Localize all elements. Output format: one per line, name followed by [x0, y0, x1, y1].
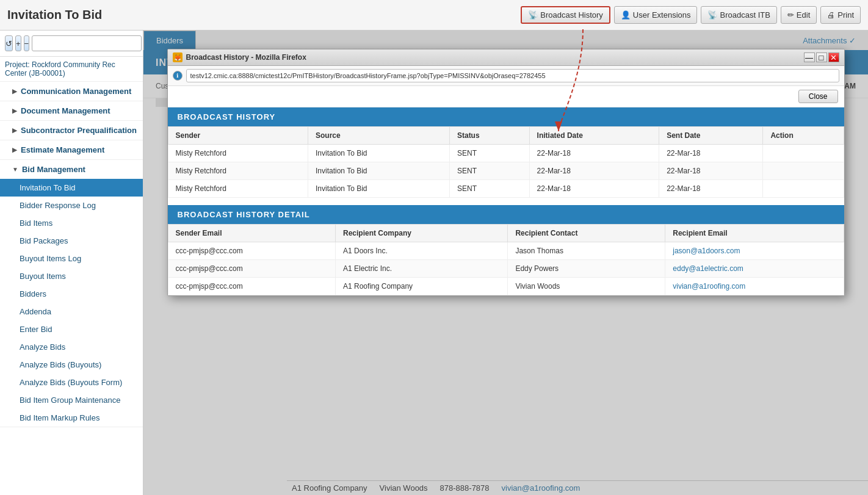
url-input[interactable]: [186, 69, 839, 82]
sidebar-item-buyout-items[interactable]: Buyout Items: [0, 267, 143, 285]
sidebar-item-bid-item-markup-rules[interactable]: Bid Item Markup Rules: [0, 409, 143, 427]
broadcast-itb-button[interactable]: 📡 Broadcast ITB: [701, 6, 776, 24]
broadcast-history-detail-section-header: BROADCAST HISTORY DETAIL: [168, 205, 844, 224]
remove-button[interactable]: −: [24, 35, 30, 51]
sidebar-item-analyze-bids[interactable]: Analyze Bids: [0, 338, 143, 356]
header-buttons: 📡 Broadcast History 👤 User Extensions 📡 …: [521, 6, 861, 24]
table-row: Misty RetchfordInvitation To BidSENT22-M…: [168, 162, 844, 180]
sidebar-item-buyout-items-log[interactable]: Buyout Items Log: [0, 250, 143, 267]
table-row: Misty RetchfordInvitation To BidSENT22-M…: [168, 145, 844, 162]
page-title: Invitation To Bid: [7, 8, 102, 22]
cell-sender: Misty Retchford: [168, 162, 308, 180]
add-button[interactable]: +: [15, 35, 21, 51]
sidebar-group-bid: ▼ Bid Management Invitation To Bid Bidde…: [0, 160, 143, 427]
sidebar-toolbar: ↺ + − 🔍: [0, 31, 143, 57]
col-sent-date: Sent Date: [659, 127, 763, 145]
modal-window: 🦊 Broadcast History - Mozilla Firefox — …: [167, 49, 845, 296]
cell-email[interactable]: vivian@a1roofing.com: [665, 278, 844, 295]
col-status: Status: [449, 127, 529, 145]
search-input[interactable]: [32, 35, 142, 51]
print-icon: 🖨: [827, 10, 835, 20]
cell-company: A1 Doors Inc.: [336, 242, 508, 260]
table-row: ccc-pmjsp@ccc.comA1 Roofing CompanyVivia…: [168, 278, 844, 295]
sidebar-item-invitation-to-bid[interactable]: Invitation To Bid: [0, 179, 143, 197]
cell-email[interactable]: jason@a1doors.com: [665, 242, 844, 260]
sidebar-group-header-estimate[interactable]: ▶ Estimate Management: [0, 140, 143, 159]
sidebar-group-document: ▶ Document Management: [0, 101, 143, 121]
modal-titlebar: 🦊 Broadcast History - Mozilla Firefox — …: [168, 49, 844, 66]
chevron-right-icon-2: ▶: [12, 107, 17, 114]
modal-title: Broadcast History - Mozilla Firefox: [186, 53, 800, 62]
sidebar-group-header-communication[interactable]: ▶ Communication Management: [0, 82, 143, 101]
sidebar-group-communication: ▶ Communication Management: [0, 82, 143, 101]
chevron-down-icon: ▼: [12, 166, 18, 173]
broadcast-itb-icon: 📡: [707, 10, 717, 20]
edit-button[interactable]: ✏ Edit: [781, 6, 817, 24]
refresh-button[interactable]: ↺: [5, 35, 13, 51]
sidebar-item-bidders[interactable]: Bidders: [0, 285, 143, 303]
sidebar-group-header-bid[interactable]: ▼ Bid Management: [0, 160, 143, 179]
sidebar-group-subcontractor: ▶ Subcontractor Prequalification: [0, 121, 143, 140]
cell-source: Invitation To Bid: [308, 180, 450, 198]
sidebar-item-bid-item-group-maintenance[interactable]: Bid Item Group Maintenance: [0, 391, 143, 409]
secure-icon: ℹ: [173, 71, 183, 81]
sidebar-group-estimate: ▶ Estimate Management: [0, 140, 143, 160]
cell-email[interactable]: eddy@a1electric.com: [665, 260, 844, 278]
minimize-button[interactable]: —: [804, 52, 815, 62]
broadcast-history-table: Sender Source Status Initiated Date Sent…: [168, 126, 844, 198]
sidebar-item-addenda[interactable]: Addenda: [0, 303, 143, 320]
sidebar: ↺ + − 🔍 Project: Rockford Community Rec …: [0, 31, 143, 495]
col-sender: Sender: [168, 127, 308, 145]
cell-sender_email: ccc-pmjsp@ccc.com: [168, 278, 336, 295]
top-header: Invitation To Bid 📡 Broadcast History 👤 …: [0, 0, 868, 31]
maximize-button[interactable]: □: [816, 52, 827, 62]
cell-initiated: 22-Mar-18: [529, 180, 659, 198]
cell-sender: Misty Retchford: [168, 145, 308, 162]
cell-contact: Eddy Powers: [508, 260, 665, 278]
cell-sent: 22-Mar-18: [659, 145, 763, 162]
cell-action: [763, 145, 844, 162]
cell-action: [763, 162, 844, 180]
sidebar-item-bid-packages[interactable]: Bid Packages: [0, 232, 143, 250]
table-row: ccc-pmjsp@ccc.comA1 Electric Inc.Eddy Po…: [168, 260, 844, 278]
cell-status: SENT: [449, 180, 529, 198]
cell-sender_email: ccc-pmjsp@ccc.com: [168, 242, 336, 260]
broadcast-history-button[interactable]: 📡 Broadcast History: [521, 6, 610, 24]
cell-company: A1 Roofing Company: [336, 278, 508, 295]
col-recipient-contact: Recipient Contact: [508, 225, 665, 242]
modal-close-bar: Close: [168, 86, 844, 107]
broadcast-history-detail-table: Sender Email Recipient Company Recipient…: [168, 224, 844, 295]
cell-status: SENT: [449, 162, 529, 180]
col-source: Source: [308, 127, 450, 145]
chevron-right-icon: ▶: [12, 88, 17, 95]
modal-body: BROADCAST HISTORY Sender Source Status I…: [168, 107, 844, 295]
cell-sender: Misty Retchford: [168, 180, 308, 198]
minimize-icon: —: [805, 53, 813, 62]
sidebar-group-header-document[interactable]: ▶ Document Management: [0, 101, 143, 120]
table-row: ccc-pmjsp@ccc.comA1 Doors Inc.Jason Thom…: [168, 242, 844, 260]
modal-close-x-button[interactable]: ✕: [828, 52, 839, 62]
sidebar-item-enter-bid[interactable]: Enter Bid: [0, 320, 143, 338]
modal-url-bar: ℹ: [168, 66, 844, 86]
cell-action: [763, 180, 844, 198]
cell-sender_email: ccc-pmjsp@ccc.com: [168, 260, 336, 278]
cell-company: A1 Electric Inc.: [336, 260, 508, 278]
content-area: Bidders Attachments ✓ INVITATION TO BID …: [143, 31, 868, 495]
close-button[interactable]: Close: [798, 90, 838, 103]
sidebar-group-header-subcontractor[interactable]: ▶ Subcontractor Prequalification: [0, 121, 143, 140]
col-sender-email: Sender Email: [168, 225, 336, 242]
print-button[interactable]: 🖨 Print: [820, 6, 861, 24]
sidebar-item-bid-items[interactable]: Bid Items: [0, 214, 143, 232]
maximize-icon: □: [819, 53, 824, 62]
sidebar-item-analyze-bids-buyouts-form[interactable]: Analyze Bids (Buyouts Form): [0, 374, 143, 391]
modal-window-controls: — □ ✕: [804, 52, 839, 62]
user-extensions-button[interactable]: 👤 User Extensions: [614, 6, 698, 24]
cell-contact: Vivian Woods: [508, 278, 665, 295]
broadcast-icon: 📡: [528, 10, 538, 20]
project-label[interactable]: Project: Rockford Community Rec Center (…: [0, 57, 143, 82]
sidebar-item-analyze-bids-buyouts[interactable]: Analyze Bids (Buyouts): [0, 356, 143, 374]
main-layout: ↺ + − 🔍 Project: Rockford Community Rec …: [0, 31, 868, 495]
col-recipient-email: Recipient Email: [665, 225, 844, 242]
col-recipient-company: Recipient Company: [336, 225, 508, 242]
sidebar-item-bidder-response-log[interactable]: Bidder Response Log: [0, 197, 143, 214]
